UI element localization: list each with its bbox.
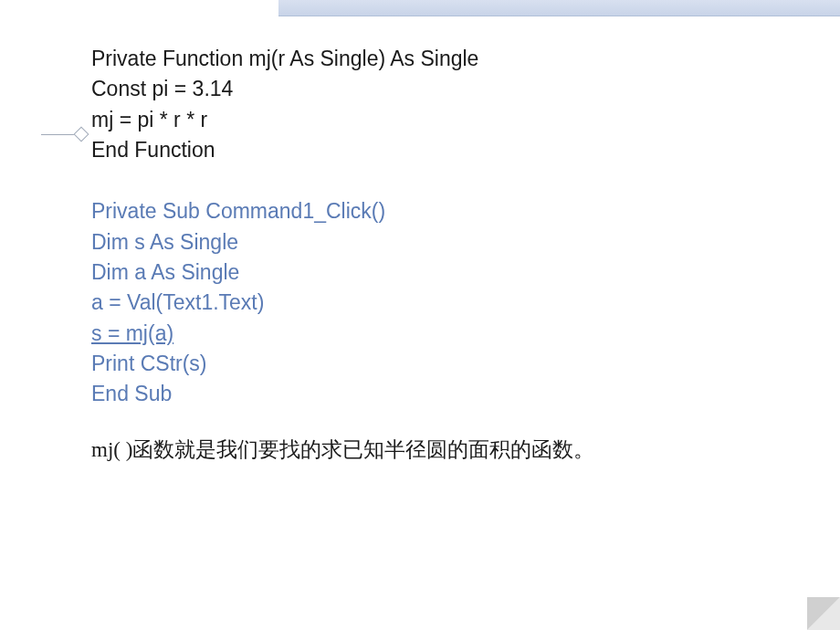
code-line: Print CStr(s) xyxy=(91,349,785,379)
code-line: a = Val(Text1.Text) xyxy=(91,288,785,318)
code-line: mj = pi * r * r xyxy=(91,105,785,135)
code-line: End Sub xyxy=(91,379,785,409)
code-line: Dim a As Single xyxy=(91,257,785,288)
page-corner-fold-icon xyxy=(807,597,840,630)
side-diamond-icon xyxy=(74,127,89,142)
slide-content: Private Function mj(r As Single) As Sing… xyxy=(91,44,785,464)
code-line: Private Function mj(r As Single) As Sing… xyxy=(91,44,785,74)
code-line: s = mj(a) xyxy=(91,319,785,349)
code-line: Private Sub Command1_Click() xyxy=(91,196,785,226)
code-line: End Function xyxy=(91,135,785,165)
code-line: Dim s As Single xyxy=(91,227,785,257)
explanation-note: mj( )函数就是我们要找的求已知半径圆的面积的函数。 xyxy=(91,436,785,464)
top-decoration-bar xyxy=(278,0,840,16)
spacer xyxy=(91,165,785,196)
code-line: Const pi = 3.14 xyxy=(91,74,785,104)
side-decoration xyxy=(41,126,81,144)
